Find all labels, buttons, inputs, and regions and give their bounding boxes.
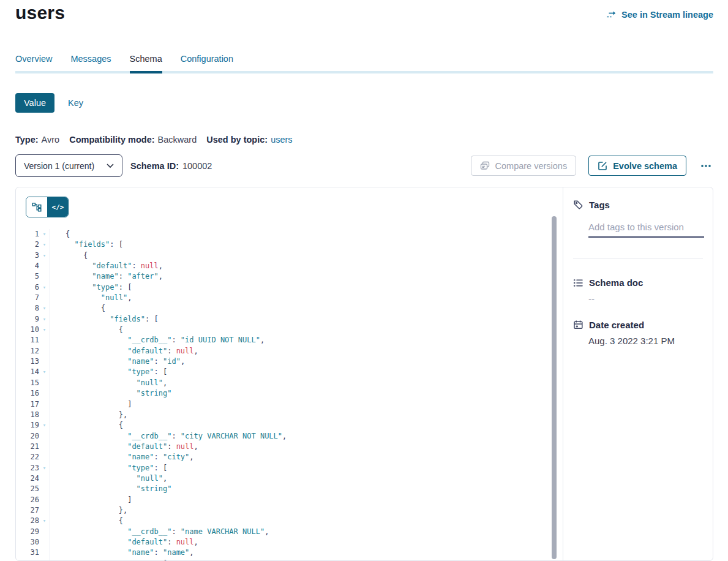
code-line: 3▾ {: [16, 250, 549, 261]
page-header: users See in Stream lineage: [15, 2, 713, 23]
compare-versions-button[interactable]: Compare versions: [471, 156, 577, 176]
tag-icon: [573, 200, 584, 210]
key-toggle-button[interactable]: Key: [68, 98, 83, 108]
version-select[interactable]: Version 1 (current): [15, 154, 122, 177]
fold-spacer: [39, 473, 50, 484]
code-line: 22 "name": "city",: [16, 452, 549, 462]
code-line: 19▾ {: [16, 420, 549, 431]
code-line: 23▾ "type": [: [16, 463, 549, 473]
fold-spacer: [39, 399, 50, 410]
fold-toggle-icon[interactable]: ▾: [39, 516, 50, 526]
line-number: 23: [16, 463, 39, 473]
code-line: 24 "null",: [16, 473, 549, 484]
date-created-section: Date created Aug. 3 2022 3:21 PM: [573, 320, 703, 346]
code-text: {: [50, 516, 549, 526]
tab-overview[interactable]: Overview: [15, 54, 52, 71]
code-text: "default": null,: [50, 346, 549, 356]
editor-view-toggle: </>: [26, 197, 69, 217]
fold-toggle-icon[interactable]: ▾: [39, 314, 50, 325]
fold-spacer: [39, 484, 50, 494]
line-number: 30: [16, 537, 39, 548]
code-line: 25 "string": [16, 484, 549, 494]
line-number: 29: [16, 527, 39, 537]
fold-toggle-icon[interactable]: ▾: [39, 463, 50, 473]
code-text: "name": "city",: [50, 452, 549, 462]
evolve-schema-button[interactable]: Evolve schema: [588, 156, 686, 176]
code-line: 30 "default": null,: [16, 537, 549, 548]
line-number: 10: [16, 325, 39, 335]
more-options-button[interactable]: [699, 161, 713, 171]
stream-lineage-icon: [606, 10, 617, 20]
fold-toggle-icon[interactable]: ▾: [39, 559, 50, 561]
version-select-value: Version 1 (current): [24, 161, 94, 171]
code-text: },: [50, 505, 549, 516]
code-line: 10▾ {: [16, 325, 549, 335]
schema-meta: Type:AvroCompatibility mode:BackwardUsed…: [15, 135, 293, 145]
code-view-button[interactable]: </>: [47, 197, 68, 217]
page-title: users: [15, 2, 65, 23]
fold-toggle-icon[interactable]: ▾: [39, 282, 50, 293]
fold-spacer: [39, 505, 50, 516]
fold-spacer: [39, 271, 50, 282]
stream-lineage-link[interactable]: See in Stream lineage: [606, 10, 713, 20]
fold-toggle-icon[interactable]: ▾: [39, 367, 50, 377]
code-line: 26 ]: [16, 495, 549, 505]
fold-spacer: [39, 527, 50, 537]
code-text: "null",: [50, 378, 549, 388]
tab-messages[interactable]: Messages: [70, 54, 111, 71]
vertical-scrollbar[interactable]: [552, 216, 557, 559]
fold-toggle-icon[interactable]: ▾: [39, 325, 50, 335]
fold-spacer: [39, 410, 50, 420]
line-number: 25: [16, 484, 39, 494]
tree-view-button[interactable]: [26, 197, 47, 217]
line-number: 16: [16, 388, 39, 399]
code-line: 21 "default": null,: [16, 442, 549, 452]
stream-lineage-label: See in Stream lineage: [621, 10, 713, 20]
schema-id-value: 100002: [182, 161, 212, 171]
code-line: 13 "name": "id",: [16, 356, 549, 367]
code-line: 29 "__crdb__": "name VARCHAR NULL",: [16, 527, 549, 537]
meta-label: Used by topic:: [206, 135, 268, 145]
chevron-down-icon: [107, 164, 114, 168]
compare-versions-label: Compare versions: [495, 161, 568, 171]
value-toggle-button[interactable]: Value: [15, 93, 54, 113]
code-text: "fields": [: [50, 239, 549, 250]
code-line: 12 "default": null,: [16, 346, 549, 356]
fold-toggle-icon[interactable]: ▾: [39, 239, 50, 250]
line-number: 20: [16, 431, 39, 442]
tab-schema[interactable]: Schema: [130, 54, 162, 73]
code-line: 6▾ "type": [: [16, 282, 549, 293]
line-number: 26: [16, 495, 39, 505]
fold-toggle-icon[interactable]: ▾: [39, 250, 50, 261]
code-text: "null",: [50, 473, 549, 484]
line-number: 19: [16, 420, 39, 431]
schema-doc-section: Schema doc --: [573, 277, 703, 304]
evolve-schema-label: Evolve schema: [613, 161, 677, 171]
code-text: "name": "after",: [50, 271, 549, 282]
line-number: 9: [16, 314, 39, 325]
fold-toggle-icon[interactable]: ▾: [39, 420, 50, 431]
meta-label: Compatibility mode:: [69, 135, 154, 145]
code-view-icon: </>: [52, 203, 64, 211]
tags-section: Tags: [573, 200, 703, 238]
line-number: 21: [16, 442, 39, 452]
code-line: 1▾{: [16, 229, 549, 239]
line-number: 4: [16, 261, 39, 271]
line-number: 2: [16, 239, 39, 250]
code-text: "null",: [50, 293, 549, 303]
edit-icon: [598, 161, 607, 171]
code-text: {: [50, 420, 549, 431]
meta-value[interactable]: users: [271, 135, 292, 145]
tab-configuration[interactable]: Configuration: [181, 54, 233, 71]
list-icon: [573, 278, 584, 288]
fold-toggle-icon[interactable]: ▾: [39, 303, 50, 314]
code-line: 4 "default": null,: [16, 261, 549, 271]
add-tags-input[interactable]: [588, 220, 704, 238]
meta-item: Used by topic:users: [206, 135, 292, 145]
code-line: 7 "null",: [16, 293, 549, 303]
fold-toggle-icon[interactable]: ▾: [39, 229, 50, 239]
line-number: 12: [16, 346, 39, 356]
fold-spacer: [39, 495, 50, 505]
line-number: 27: [16, 505, 39, 516]
code-text: {: [50, 303, 549, 314]
